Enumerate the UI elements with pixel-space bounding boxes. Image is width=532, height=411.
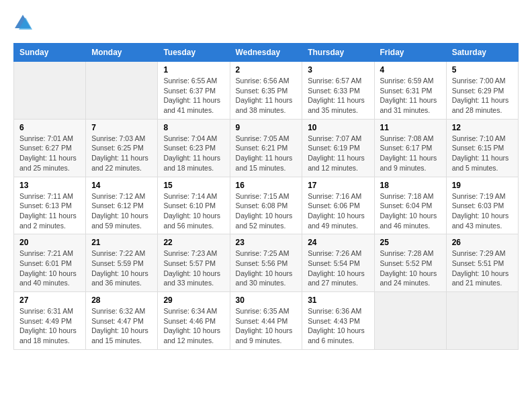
- day-number: 23: [236, 238, 297, 247]
- day-number: 30: [236, 295, 297, 305]
- day-number: 17: [308, 181, 368, 190]
- calendar-week-row: 13 Sunrise: 7:11 AM Sunset: 6:13 PM Dayl…: [14, 177, 519, 234]
- day-number: 27: [19, 295, 80, 305]
- header-row: SundayMondayTuesdayWednesdayThursdayFrid…: [14, 44, 519, 62]
- calendar-cell: 20 Sunrise: 7:21 AM Sunset: 6:01 PM Dayl…: [14, 234, 86, 292]
- calendar-cell: [14, 62, 86, 120]
- page-header: [13, 13, 519, 32]
- calendar-cell: 4 Sunrise: 6:59 AM Sunset: 6:31 PM Dayli…: [374, 62, 446, 120]
- day-number: 8: [163, 123, 224, 132]
- day-info: Sunrise: 6:59 AM Sunset: 6:31 PM Dayligh…: [380, 76, 441, 116]
- calendar-cell: 29 Sunrise: 6:34 AM Sunset: 4:46 PM Dayl…: [158, 292, 230, 350]
- calendar-cell: [86, 62, 158, 120]
- day-number: 20: [19, 238, 80, 247]
- calendar-cell: 31 Sunrise: 6:36 AM Sunset: 4:43 PM Dayl…: [302, 292, 374, 350]
- day-info: Sunrise: 7:28 AM Sunset: 5:52 PM Dayligh…: [380, 248, 441, 288]
- day-number: 19: [452, 181, 513, 190]
- day-number: 9: [236, 123, 297, 132]
- day-info: Sunrise: 7:14 AM Sunset: 6:10 PM Dayligh…: [163, 191, 224, 231]
- calendar-table: SundayMondayTuesdayWednesdayThursdayFrid…: [13, 43, 519, 350]
- day-info: Sunrise: 7:01 AM Sunset: 6:27 PM Dayligh…: [19, 134, 80, 173]
- day-number: 16: [236, 181, 297, 190]
- day-number: 2: [236, 65, 297, 75]
- weekday-header: Friday: [374, 44, 446, 62]
- calendar-cell: 23 Sunrise: 7:25 AM Sunset: 5:56 PM Dayl…: [230, 234, 302, 292]
- calendar-cell: 9 Sunrise: 7:05 AM Sunset: 6:21 PM Dayli…: [230, 119, 302, 177]
- calendar-cell: 6 Sunrise: 7:01 AM Sunset: 6:27 PM Dayli…: [14, 119, 86, 177]
- calendar-cell: 14 Sunrise: 7:12 AM Sunset: 6:12 PM Dayl…: [86, 177, 158, 234]
- weekday-header: Tuesday: [158, 44, 230, 62]
- day-info: Sunrise: 7:16 AM Sunset: 6:06 PM Dayligh…: [308, 191, 368, 231]
- day-info: Sunrise: 6:31 AM Sunset: 4:49 PM Dayligh…: [19, 306, 80, 346]
- day-number: 10: [308, 123, 368, 132]
- day-info: Sunrise: 7:26 AM Sunset: 5:54 PM Dayligh…: [308, 248, 368, 288]
- calendar-week-row: 27 Sunrise: 6:31 AM Sunset: 4:49 PM Dayl…: [14, 292, 519, 350]
- calendar-cell: 11 Sunrise: 7:08 AM Sunset: 6:17 PM Dayl…: [374, 119, 446, 177]
- day-number: 26: [452, 238, 513, 247]
- weekday-header: Sunday: [14, 44, 86, 62]
- calendar-cell: 10 Sunrise: 7:07 AM Sunset: 6:19 PM Dayl…: [302, 119, 374, 177]
- day-info: Sunrise: 7:25 AM Sunset: 5:56 PM Dayligh…: [236, 248, 297, 288]
- calendar-cell: 17 Sunrise: 7:16 AM Sunset: 6:06 PM Dayl…: [302, 177, 374, 234]
- day-info: Sunrise: 6:36 AM Sunset: 4:43 PM Dayligh…: [308, 306, 368, 346]
- weekday-header: Monday: [86, 44, 158, 62]
- day-info: Sunrise: 7:11 AM Sunset: 6:13 PM Dayligh…: [19, 191, 80, 231]
- day-info: Sunrise: 7:15 AM Sunset: 6:08 PM Dayligh…: [236, 191, 297, 231]
- day-info: Sunrise: 6:32 AM Sunset: 4:47 PM Dayligh…: [91, 306, 152, 346]
- day-number: 7: [91, 123, 152, 132]
- calendar-cell: [446, 292, 518, 350]
- day-info: Sunrise: 7:03 AM Sunset: 6:25 PM Dayligh…: [91, 134, 152, 173]
- day-info: Sunrise: 7:29 AM Sunset: 5:51 PM Dayligh…: [452, 248, 513, 288]
- calendar-week-row: 1 Sunrise: 6:55 AM Sunset: 6:37 PM Dayli…: [14, 62, 519, 120]
- calendar-cell: 8 Sunrise: 7:04 AM Sunset: 6:23 PM Dayli…: [158, 119, 230, 177]
- day-number: 24: [308, 238, 368, 247]
- day-info: Sunrise: 7:22 AM Sunset: 5:59 PM Dayligh…: [91, 248, 152, 288]
- calendar-cell: 30 Sunrise: 6:35 AM Sunset: 4:44 PM Dayl…: [230, 292, 302, 350]
- day-number: 29: [163, 295, 224, 305]
- day-number: 3: [308, 65, 368, 75]
- day-info: Sunrise: 7:10 AM Sunset: 6:15 PM Dayligh…: [452, 134, 513, 173]
- calendar-cell: 19 Sunrise: 7:19 AM Sunset: 6:03 PM Dayl…: [446, 177, 518, 234]
- calendar-week-row: 20 Sunrise: 7:21 AM Sunset: 6:01 PM Dayl…: [14, 234, 519, 292]
- day-number: 13: [19, 181, 80, 190]
- weekday-header: Thursday: [302, 44, 374, 62]
- calendar-cell: 26 Sunrise: 7:29 AM Sunset: 5:51 PM Dayl…: [446, 234, 518, 292]
- day-info: Sunrise: 7:00 AM Sunset: 6:29 PM Dayligh…: [452, 76, 513, 116]
- calendar-cell: 13 Sunrise: 7:11 AM Sunset: 6:13 PM Dayl…: [14, 177, 86, 234]
- day-info: Sunrise: 6:57 AM Sunset: 6:33 PM Dayligh…: [308, 76, 368, 116]
- calendar-cell: 28 Sunrise: 6:32 AM Sunset: 4:47 PM Dayl…: [86, 292, 158, 350]
- day-number: 5: [452, 65, 513, 75]
- day-info: Sunrise: 6:34 AM Sunset: 4:46 PM Dayligh…: [163, 306, 224, 346]
- day-number: 15: [163, 181, 224, 190]
- calendar-cell: 7 Sunrise: 7:03 AM Sunset: 6:25 PM Dayli…: [86, 119, 158, 177]
- weekday-header: Wednesday: [230, 44, 302, 62]
- calendar-cell: 5 Sunrise: 7:00 AM Sunset: 6:29 PM Dayli…: [446, 62, 518, 120]
- day-info: Sunrise: 7:19 AM Sunset: 6:03 PM Dayligh…: [452, 191, 513, 231]
- day-number: 31: [308, 295, 368, 305]
- calendar-cell: 16 Sunrise: 7:15 AM Sunset: 6:08 PM Dayl…: [230, 177, 302, 234]
- calendar-week-row: 6 Sunrise: 7:01 AM Sunset: 6:27 PM Dayli…: [14, 119, 519, 177]
- calendar-header: SundayMondayTuesdayWednesdayThursdayFrid…: [14, 44, 519, 62]
- calendar-cell: 1 Sunrise: 6:55 AM Sunset: 6:37 PM Dayli…: [158, 62, 230, 120]
- day-number: 18: [380, 181, 441, 190]
- calendar-cell: 27 Sunrise: 6:31 AM Sunset: 4:49 PM Dayl…: [14, 292, 86, 350]
- calendar-cell: 24 Sunrise: 7:26 AM Sunset: 5:54 PM Dayl…: [302, 234, 374, 292]
- calendar-cell: 22 Sunrise: 7:23 AM Sunset: 5:57 PM Dayl…: [158, 234, 230, 292]
- day-number: 4: [380, 65, 441, 75]
- day-number: 22: [163, 238, 224, 247]
- calendar-cell: 21 Sunrise: 7:22 AM Sunset: 5:59 PM Dayl…: [86, 234, 158, 292]
- day-info: Sunrise: 6:55 AM Sunset: 6:37 PM Dayligh…: [163, 76, 224, 116]
- day-info: Sunrise: 6:35 AM Sunset: 4:44 PM Dayligh…: [236, 306, 297, 346]
- day-info: Sunrise: 7:08 AM Sunset: 6:17 PM Dayligh…: [380, 134, 441, 173]
- day-info: Sunrise: 7:18 AM Sunset: 6:04 PM Dayligh…: [380, 191, 441, 231]
- day-number: 28: [91, 295, 152, 305]
- day-info: Sunrise: 7:12 AM Sunset: 6:12 PM Dayligh…: [91, 191, 152, 231]
- calendar-cell: 15 Sunrise: 7:14 AM Sunset: 6:10 PM Dayl…: [158, 177, 230, 234]
- calendar-cell: 2 Sunrise: 6:56 AM Sunset: 6:35 PM Dayli…: [230, 62, 302, 120]
- weekday-header: Saturday: [446, 44, 518, 62]
- day-number: 11: [380, 123, 441, 132]
- day-info: Sunrise: 7:07 AM Sunset: 6:19 PM Dayligh…: [308, 134, 368, 173]
- day-number: 12: [452, 123, 513, 132]
- day-number: 14: [91, 181, 152, 190]
- day-number: 6: [19, 123, 80, 132]
